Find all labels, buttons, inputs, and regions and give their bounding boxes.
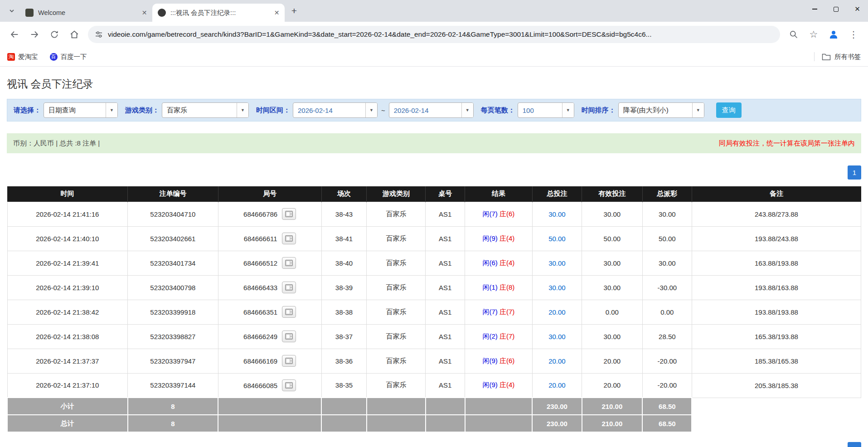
cell-game-type: 百家乐: [367, 202, 426, 226]
total-bet-link[interactable]: 20.00: [548, 381, 566, 389]
video-replay-button[interactable]: [282, 257, 296, 269]
close-icon[interactable]: ✕: [272, 9, 281, 17]
cell-note: 193.88/163.88: [692, 275, 861, 300]
total-bet-link[interactable]: 30.00: [548, 259, 566, 267]
all-bookmarks-button[interactable]: 所有书签: [822, 53, 861, 61]
close-window-button[interactable]: ✕: [847, 0, 868, 18]
column-header: 场次: [321, 186, 367, 202]
tab-search-button[interactable]: [5, 4, 19, 18]
video-replay-button[interactable]: [282, 306, 296, 318]
game-type-select[interactable]: 百家乐 ▼: [162, 102, 249, 118]
home-button[interactable]: [66, 26, 83, 43]
browser-menu-button[interactable]: ⋮: [845, 26, 862, 43]
cell-time: 2026-02-14 21:38:42: [7, 300, 128, 324]
url-text[interactable]: videoie.com/game/betrecord_search/kind3?…: [108, 30, 774, 39]
tab-welcome[interactable]: Welcome ✕: [20, 4, 152, 22]
range-separator: ~: [381, 107, 385, 114]
address-bar[interactable]: videoie.com/game/betrecord_search/kind3?…: [88, 26, 780, 43]
refresh-button[interactable]: [46, 26, 63, 43]
table-row: 2026-02-14 21:41:16523203404710684666786…: [7, 202, 861, 226]
tab-bet-records[interactable]: :::视讯 会员下注纪录::: ✕: [152, 4, 285, 22]
cell-time: 2026-02-14 21:39:41: [7, 251, 128, 275]
cell-round: 684666351: [218, 300, 321, 324]
new-tab-button[interactable]: +: [287, 4, 301, 18]
summary-cell: [465, 398, 533, 415]
bookmark-baidu[interactable]: 百 百度一下: [50, 53, 87, 61]
chevron-down-icon[interactable]: ▼: [365, 103, 377, 117]
page-number-button[interactable]: 1: [848, 165, 861, 180]
cell-game-type: 百家乐: [367, 226, 426, 251]
video-replay-button[interactable]: [282, 330, 296, 342]
cell-total-bet: 30.00: [532, 251, 582, 275]
chevron-down-icon[interactable]: ▼: [692, 103, 704, 117]
cell-payout: 0.00: [642, 300, 692, 324]
round-number: 684666169: [243, 357, 277, 365]
cell-session: 38-35: [321, 373, 367, 398]
total-bet-link[interactable]: 20.00: [548, 357, 566, 365]
chevron-down-icon[interactable]: ▼: [106, 103, 117, 117]
video-replay-button[interactable]: [282, 208, 296, 220]
video-replay-button[interactable]: [282, 233, 296, 244]
profile-button[interactable]: [825, 26, 842, 43]
filter-group-sort: 时间排序： 降幂(由大到小) ▼: [582, 102, 704, 118]
chevron-down-icon[interactable]: ▼: [562, 103, 574, 117]
cell-payout: 28.50: [642, 324, 692, 349]
video-replay-button[interactable]: [282, 282, 296, 293]
cell-session: 38-37: [321, 324, 367, 349]
player-result: 闲(7): [482, 210, 497, 218]
site-settings-icon[interactable]: [94, 30, 103, 39]
close-icon[interactable]: ✕: [140, 9, 149, 17]
player-result: 闲(9): [482, 381, 497, 389]
cell-total-bet: 30.00: [532, 275, 582, 300]
total-bet-link[interactable]: 20.00: [548, 308, 566, 316]
column-header: 有效投注: [582, 186, 643, 202]
cell-round: 684666169: [218, 349, 321, 373]
total-bet-link[interactable]: 30.00: [548, 333, 566, 340]
sort-select[interactable]: 降幂(由大到小) ▼: [618, 102, 704, 118]
player-result: 闲(9): [482, 234, 497, 242]
cell-round: 684666249: [218, 324, 321, 349]
zoom-button[interactable]: [785, 26, 802, 43]
summary-cell: [367, 398, 426, 415]
cell-game-type: 百家乐: [367, 300, 426, 324]
video-replay-button[interactable]: [282, 355, 296, 367]
bottom-pagination-button[interactable]: [848, 442, 861, 447]
cell-valid-bet: 0.00: [582, 300, 643, 324]
cell-game-type: 百家乐: [367, 324, 426, 349]
date-start-select[interactable]: 2026-02-14 ▼: [293, 102, 378, 118]
all-bookmarks-label: 所有书签: [834, 53, 861, 61]
column-header: 游戏类别: [367, 186, 426, 202]
back-button[interactable]: [6, 26, 23, 43]
chevron-down-icon[interactable]: ▼: [461, 103, 473, 117]
per-page-select[interactable]: 100 ▼: [518, 102, 574, 118]
maximize-icon: [834, 7, 839, 12]
table-row: 2026-02-14 21:38:42523203399918684666351…: [7, 300, 861, 324]
date-mode-select[interactable]: 日期查询 ▼: [44, 102, 118, 118]
banker-result: 庄(7): [499, 308, 514, 316]
maximize-button[interactable]: [825, 0, 847, 18]
game-type-value: 百家乐: [162, 103, 237, 117]
total-bet-link[interactable]: 30.00: [548, 284, 566, 292]
chevron-down-icon[interactable]: ▼: [237, 103, 248, 117]
date-end-select[interactable]: 2026-02-14 ▼: [389, 102, 474, 118]
total-bet-link[interactable]: 30.00: [548, 210, 566, 218]
pagination-row: 1: [7, 165, 861, 180]
summary-cell: [321, 398, 367, 415]
table-row: 2026-02-14 21:37:37523203397947684666169…: [7, 349, 861, 373]
video-replay-button[interactable]: [282, 379, 296, 391]
cell-time: 2026-02-14 21:37:37: [7, 349, 128, 373]
bookmark-aitaobao[interactable]: 淘 爱淘宝: [7, 53, 38, 61]
search-button[interactable]: 查询: [716, 102, 742, 118]
cell-total-bet: 50.00: [532, 226, 582, 251]
sort-label: 时间排序：: [582, 106, 616, 115]
cell-game-type: 百家乐: [367, 373, 426, 398]
forward-button[interactable]: [26, 26, 43, 43]
cell-result: 闲(7) 庄(7): [465, 300, 533, 324]
minimize-button[interactable]: [804, 0, 825, 18]
cell-time: 2026-02-14 21:41:16: [7, 202, 128, 226]
cell-table-no: AS1: [426, 300, 465, 324]
bookmark-star-button[interactable]: ☆: [805, 26, 822, 43]
cell-result: 闲(2) 庄(7): [465, 324, 533, 349]
total-bet-link[interactable]: 50.00: [548, 235, 566, 243]
cell-note: 205.38/185.38: [692, 373, 861, 398]
